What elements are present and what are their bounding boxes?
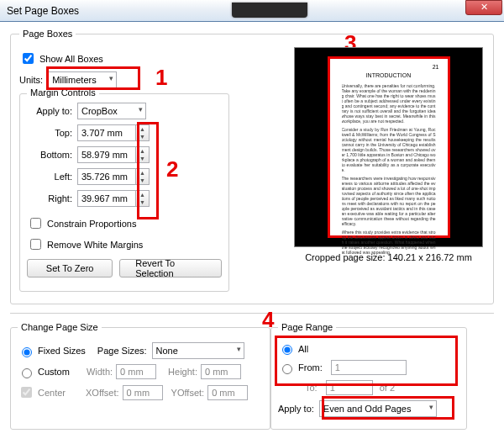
set-to-zero-button[interactable]: Set To Zero bbox=[27, 259, 113, 278]
show-all-boxes-checkbox[interactable] bbox=[23, 53, 34, 64]
width-label: Width: bbox=[87, 367, 113, 377]
page-range-group: Page Range All From: 1 To: 1 of 2 Apply … bbox=[270, 322, 467, 430]
units-value: Millimeters bbox=[52, 75, 97, 85]
range-from-label: From: bbox=[298, 362, 323, 373]
chevron-down-icon: ▼ bbox=[136, 155, 149, 162]
preview-frame: 21 INTRODUCTION Universally, there are p… bbox=[294, 47, 483, 247]
range-all-label: All bbox=[298, 344, 308, 354]
margin-apply-to-select[interactable]: CropBox bbox=[77, 103, 146, 119]
fixed-sizes-label: Fixed Sizes bbox=[38, 346, 86, 356]
margin-right-input[interactable]: 39.967 mm bbox=[77, 190, 136, 207]
preview-text: Universally, there are penalties for not… bbox=[342, 83, 436, 124]
range-from-radio[interactable] bbox=[282, 364, 292, 374]
range-apply-to-select[interactable]: Even and Odd Pages bbox=[319, 400, 437, 417]
width-input[interactable]: 0 mm bbox=[116, 364, 156, 379]
margin-left-spinner[interactable]: ▲▼ bbox=[136, 168, 150, 185]
preview-text: Where this study provides extra evidence… bbox=[342, 230, 436, 255]
page-sizes-label: Page Sizes: bbox=[97, 346, 147, 356]
chevron-up-icon: ▲ bbox=[136, 191, 149, 198]
margin-right-spinner[interactable]: ▲▼ bbox=[136, 190, 150, 207]
margin-top-input[interactable]: 3.707 mm bbox=[77, 124, 136, 141]
titlebar-shadow bbox=[232, 3, 307, 18]
xoffset-label: XOffset: bbox=[86, 388, 119, 398]
xoffset-input[interactable]: 0 mm bbox=[123, 385, 163, 400]
units-select[interactable]: Millimeters bbox=[48, 71, 117, 88]
page-sizes-select[interactable]: None bbox=[152, 342, 244, 359]
revert-to-selection-button[interactable]: Revert To Selection bbox=[119, 259, 222, 278]
height-input[interactable]: 0 mm bbox=[201, 364, 241, 379]
page-boxes-group: Page Boxes Show All Boxes Units: Millime… bbox=[10, 29, 494, 304]
constrain-proportions-label: Constrain Proportions bbox=[47, 219, 136, 229]
margin-left-input[interactable]: 35.726 mm bbox=[77, 168, 136, 185]
custom-radio[interactable] bbox=[22, 368, 32, 378]
margin-apply-to-value: CropBox bbox=[81, 106, 118, 116]
custom-label: Custom bbox=[38, 367, 70, 377]
units-label: Units: bbox=[19, 75, 43, 85]
range-to-input: 1 bbox=[326, 380, 373, 395]
range-all-radio[interactable] bbox=[282, 345, 292, 355]
height-label: Height: bbox=[168, 367, 197, 377]
show-all-boxes-label: Show All Boxes bbox=[39, 54, 103, 64]
range-apply-to-label: Apply to: bbox=[278, 404, 314, 414]
close-icon: ✕ bbox=[480, 2, 488, 13]
marker-1: 1 bbox=[155, 65, 167, 91]
title-bar: Set Page Boxes ✕ bbox=[0, 0, 504, 22]
page-boxes-legend: Page Boxes bbox=[19, 29, 76, 39]
change-page-size-legend: Change Page Size bbox=[18, 322, 102, 332]
margin-top-spinner[interactable]: ▲▼ bbox=[136, 124, 150, 141]
window-title: Set Page Boxes bbox=[7, 5, 165, 17]
range-of-label: of 2 bbox=[380, 383, 395, 393]
close-button[interactable]: ✕ bbox=[465, 0, 502, 15]
preview-pane: 3 21 INTRODUCTION Universally, there are… bbox=[294, 47, 483, 262]
chevron-down-icon: ▼ bbox=[136, 198, 149, 206]
margin-left-label: Left: bbox=[27, 172, 77, 182]
margin-bottom-input[interactable]: 58.979 mm bbox=[77, 146, 136, 163]
chevron-up-icon: ▲ bbox=[136, 169, 149, 177]
yoffset-label: YOffset: bbox=[171, 388, 205, 398]
margin-top-label: Top: bbox=[27, 128, 77, 138]
chevron-down-icon: ▼ bbox=[136, 133, 149, 140]
remove-white-margins-checkbox[interactable] bbox=[30, 239, 41, 250]
center-label: Center bbox=[38, 388, 66, 398]
fixed-sizes-radio[interactable] bbox=[22, 347, 32, 357]
yoffset-input[interactable]: 0 mm bbox=[207, 385, 248, 400]
separator bbox=[10, 313, 494, 314]
chevron-up-icon: ▲ bbox=[136, 147, 149, 155]
range-to-label: To: bbox=[305, 383, 318, 393]
margin-controls-legend: Margin Controls bbox=[27, 87, 99, 98]
change-page-size-group: Change Page Size Fixed Sizes Page Sizes:… bbox=[10, 322, 270, 430]
preview-text: The researchers were investigating how r… bbox=[342, 176, 436, 226]
margin-bottom-label: Bottom: bbox=[27, 150, 77, 160]
chevron-down-icon: ▼ bbox=[136, 177, 149, 184]
center-checkbox bbox=[21, 387, 32, 398]
preview-page-number: 21 bbox=[433, 64, 439, 70]
margin-right-label: Right: bbox=[27, 193, 77, 204]
preview-page: 21 INTRODUCTION Universally, there are p… bbox=[330, 59, 448, 235]
preview-text: Consider a study by Ron Friedman at Youn… bbox=[342, 127, 436, 172]
range-from-input[interactable]: 1 bbox=[331, 360, 407, 375]
chevron-up-icon: ▲ bbox=[136, 125, 149, 133]
preview-page-heading: INTRODUCTION bbox=[342, 72, 436, 78]
constrain-proportions-checkbox[interactable] bbox=[30, 218, 41, 229]
remove-white-margins-label: Remove White Margins bbox=[47, 240, 143, 250]
margin-bottom-spinner[interactable]: ▲▼ bbox=[136, 146, 150, 163]
margin-apply-to-label: Apply to: bbox=[27, 106, 77, 116]
page-range-legend: Page Range bbox=[278, 322, 336, 332]
margin-controls-group: Margin Controls Apply to: CropBox Top: 3… bbox=[19, 93, 229, 292]
